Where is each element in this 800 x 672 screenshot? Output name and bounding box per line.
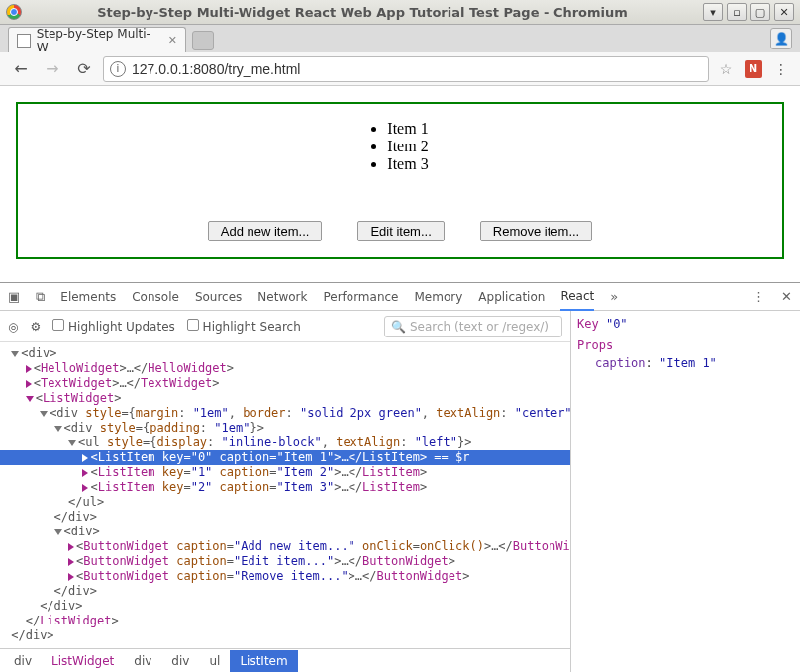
url-text: 127.0.0.1:8080/try_me.html — [132, 61, 300, 77]
tab-memory[interactable]: Memory — [415, 284, 463, 310]
maximize-button[interactable]: ▢ — [750, 3, 770, 21]
window-titlebar: Step-by-Step Multi-Widget React Web App … — [0, 0, 800, 25]
settings-icon[interactable]: ⚙ — [30, 320, 41, 334]
react-search-input[interactable]: 🔍 Search (text or /regex/) — [384, 316, 562, 337]
extension-button[interactable]: N — [743, 58, 764, 80]
page-content: Item 1 Item 2 Item 3 Add new item... Edi… — [0, 86, 800, 282]
item-list: Item 1 Item 2 Item 3 — [371, 120, 428, 173]
browser-tab[interactable]: Step-by-Step Multi-W ✕ — [8, 27, 186, 52]
devtools-tabbar: ▣ ⧉ Elements Console Sources Network Per… — [0, 283, 800, 311]
tab-elements[interactable]: Elements — [60, 284, 116, 310]
minimize-button[interactable]: ▾ — [703, 3, 723, 21]
favicon-icon — [17, 34, 31, 48]
tab-performance[interactable]: Performance — [323, 284, 398, 310]
checkbox-icon — [187, 319, 199, 331]
user-icon: 👤 — [774, 32, 789, 46]
selected-tree-node: <ListItem key="0" caption="Item 1">…</Li… — [0, 450, 570, 465]
devtools-panel: ▣ ⧉ Elements Console Sources Network Per… — [0, 282, 800, 672]
tab-application[interactable]: Application — [478, 284, 545, 310]
add-item-button[interactable]: Add new item... — [208, 221, 323, 241]
highlight-updates-toggle[interactable]: Highlight Updates — [52, 319, 175, 334]
checkbox-icon — [52, 319, 64, 331]
remove-item-button[interactable]: Remove item... — [480, 221, 592, 241]
address-bar[interactable]: i 127.0.0.1:8080/try_me.html — [103, 56, 709, 82]
browser-tabstrip: Step-by-Step Multi-W ✕ 👤 — [0, 25, 800, 52]
list-widget-container: Item 1 Item 2 Item 3 Add new item... Edi… — [16, 102, 784, 259]
devtools-close-icon[interactable]: ✕ — [781, 289, 792, 304]
react-side-panel: Key "0" Props caption: "Item 1" — [570, 311, 800, 672]
edit-item-button[interactable]: Edit item... — [357, 221, 444, 241]
more-tabs-icon[interactable]: » — [610, 289, 618, 304]
tab-label: Step-by-Step Multi-W — [37, 27, 158, 54]
back-button[interactable]: ← — [8, 56, 34, 82]
inspect-react-icon[interactable]: ◎ — [8, 320, 18, 334]
devtools-menu-icon[interactable]: ⋮ — [752, 289, 765, 304]
window-controls: ▾ ▫ ▢ ✕ — [703, 3, 794, 21]
tab-sources[interactable]: Sources — [195, 284, 242, 310]
tab-network[interactable]: Network — [257, 284, 307, 310]
list-item: Item 1 — [387, 120, 428, 138]
close-window-button[interactable]: ✕ — [774, 3, 794, 21]
bookmark-star-icon[interactable]: ☆ — [715, 58, 737, 80]
reload-button[interactable]: ⟳ — [71, 56, 97, 82]
window-title: Step-by-Step Multi-Widget React Web App … — [22, 5, 703, 20]
site-info-icon[interactable]: i — [110, 61, 126, 77]
browser-toolbar: ← → ⟳ i 127.0.0.1:8080/try_me.html ☆ N ⋮ — [0, 52, 800, 86]
tab-console[interactable]: Console — [132, 284, 179, 310]
react-breadcrumb[interactable]: div ListWidget div div ul ListItem — [0, 648, 570, 672]
browser-menu-button[interactable]: ⋮ — [770, 58, 792, 80]
react-component-tree[interactable]: <div> <HelloWidget>…</HelloWidget> <Text… — [0, 342, 570, 648]
list-item: Item 2 — [387, 138, 428, 155]
profile-button[interactable]: 👤 — [770, 28, 792, 49]
chromium-icon — [6, 4, 22, 20]
react-controls: ◎ ⚙ Highlight Updates Highlight Search 🔍… — [0, 311, 570, 342]
tab-react[interactable]: React — [560, 283, 594, 311]
device-toggle-icon[interactable]: ⧉ — [36, 289, 45, 305]
inspect-element-icon[interactable]: ▣ — [8, 289, 20, 304]
unmaximize-button[interactable]: ▫ — [727, 3, 747, 21]
new-tab-button[interactable] — [192, 31, 214, 50]
extension-icon: N — [745, 60, 762, 78]
forward-button[interactable]: → — [40, 56, 65, 82]
highlight-search-toggle[interactable]: Highlight Search — [187, 319, 301, 334]
close-tab-icon[interactable]: ✕ — [168, 34, 177, 47]
button-row: Add new item... Edit item... Remove item… — [18, 221, 782, 241]
list-item: Item 3 — [387, 155, 428, 173]
